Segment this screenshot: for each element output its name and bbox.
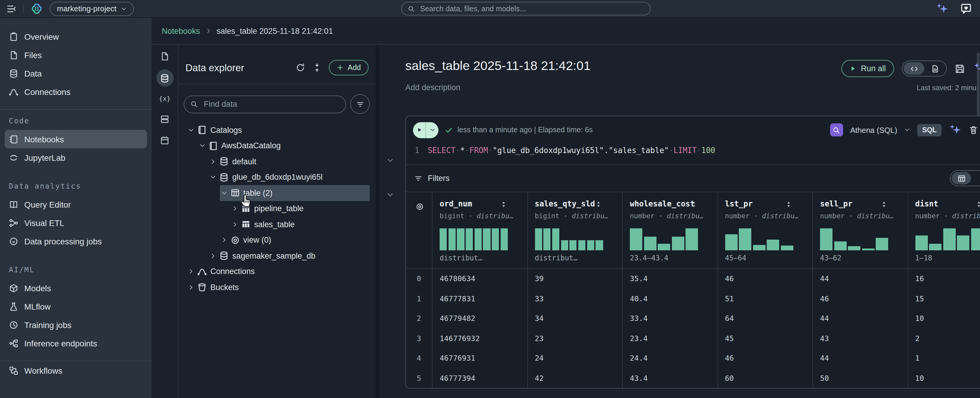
sidebar-item-label: Models [24,283,51,293]
database-icon [9,69,18,78]
sort-icon [880,200,887,209]
delete-cell-icon[interactable] [969,125,978,135]
layout-tab-icon[interactable] [160,115,169,124]
tree-item-default[interactable]: default [178,153,375,169]
table-cell: 42 [527,368,622,388]
sidebar-item-data-processing-jobs[interactable]: Data processing jobs [0,232,152,250]
find-data-box[interactable] [184,95,346,113]
sidebar-item-workflows[interactable]: Workflows [0,361,152,380]
global-search-input[interactable] [419,4,646,13]
schedule-tab-icon[interactable] [160,136,169,145]
sidebar-item-notebooks[interactable]: Notebooks [5,130,147,148]
sidebar-item-jupyterlab[interactable]: JupyterLab [0,148,152,167]
table-cell: 46777831 [432,289,527,308]
sort-icon [785,200,792,209]
filters-label[interactable]: Filters [428,174,450,183]
histogram-bar [501,229,508,250]
column-name: wholesale_cost [630,199,711,208]
sidebar-item-query-editor[interactable]: Query Editor [0,195,152,214]
tree-item-pipeline-table[interactable]: pipeline_table [178,201,375,216]
cell-ai-icon[interactable] [948,123,962,136]
feedback-icon[interactable] [961,3,972,14]
sidebar-item-connections[interactable]: Connections [0,82,152,101]
code-view-button[interactable] [904,62,924,75]
table-row[interactable]: 2467794823433.4644410 [406,308,980,328]
data-tab-active[interactable] [156,69,173,86]
run-cell-button[interactable] [413,122,425,138]
run-cell-options-button[interactable] [425,122,439,138]
histogram-bar [971,229,980,250]
tree-item-glue-db-6doxdp1wuyi65l[interactable]: glue_db_6doxdp1wuyi65l [178,169,375,185]
global-search[interactable] [401,2,651,15]
save-icon[interactable] [955,63,965,74]
table-row[interactable]: 31467769322323.445432 [406,328,980,348]
table-cell: 10 [907,368,980,388]
chevron-down-icon[interactable] [904,127,910,133]
column-header-ord-num[interactable]: ord_numbigint · distribu…distribut… [432,192,527,268]
histogram-bar [552,229,559,250]
refresh-icon[interactable] [296,63,305,72]
histogram-bar [578,241,585,250]
breadcrumb-notebooks-link[interactable]: Notebooks [162,26,200,35]
tree-item-awsdatacatalog[interactable]: AwsDataCatalog [178,138,375,153]
tree-item-buckets[interactable]: Buckets [178,280,375,295]
table-row[interactable]: 1467778313340.4514615 [406,289,980,308]
column-header-wholesale-cost[interactable]: wholesale_costnumber · distribu…23.4–43.… [622,192,717,268]
cell-collapser-icon[interactable] [386,157,394,164]
histogram-bar [848,246,860,250]
tree-item-sales-table[interactable]: sales_table [178,216,375,232]
ai-assistant-icon[interactable] [935,2,948,15]
find-data-input[interactable] [203,99,339,109]
sidebar-item-data[interactable]: Data [0,64,152,82]
column-histogram [915,229,980,250]
variables-tab-icon[interactable]: {x} [159,95,171,102]
histogram-bar [686,229,698,250]
column-header-lst-pr[interactable]: lst_prnumber · distribu…45–64 [717,192,812,268]
results-header: ord_numbigint · distribu…distribut…sales… [406,192,980,269]
file-icon [9,50,18,60]
sidebar-item-training-jobs[interactable]: Training jobs [0,316,152,334]
sidebar-item-label: Files [24,50,42,60]
ai-sparkles-icon[interactable] [973,61,980,76]
expander-right-icon [208,253,218,259]
sidebar-item-inference-endpoints[interactable]: Inference endpoints [0,334,152,352]
histogram-bar [753,245,765,251]
tree-item-label: glue_db_6doxdp1wuyi65l [232,173,323,182]
play-icon [416,127,422,133]
sidebar-item-models[interactable]: Models [0,279,152,297]
table-row[interactable]: 4467769312424.446441 [406,348,980,368]
column-type: bigint · distribu… [440,212,521,220]
table-row[interactable]: 0467806343935.4464416 [406,269,980,289]
result-view-toggle[interactable] [950,170,980,186]
output-collapser-icon[interactable] [386,191,394,199]
tree-filter-button[interactable] [350,94,370,114]
add-description[interactable]: Add description [405,83,460,92]
column-header-sell-pr[interactable]: sell_prnumber · distribu…43–62 [812,192,907,268]
run-all-button[interactable]: Run all [842,60,894,77]
sidebar-item-files[interactable]: Files [0,46,152,64]
expander-down-icon [187,127,196,133]
tree-item-catalogs[interactable]: Catalogs [178,122,375,138]
index-column-header[interactable] [406,192,432,268]
tree-item-sagemaker-sample-db[interactable]: sagemaker_sample_db [178,248,375,264]
histogram-bar [957,235,969,250]
tree-item-view-0[interactable]: view (0) [178,232,375,248]
collapse-menu-icon[interactable] [6,4,17,13]
sidebar-item-mlflow[interactable]: MLflow [0,297,152,316]
sidebar-item-overview[interactable]: Overview [0,27,152,46]
add-data-button[interactable]: Add [329,60,369,75]
column-header-sales-qty-sld[interactable]: sales_qty_sldbigint · distribu…distribut… [527,192,622,268]
doc-view-button[interactable] [924,62,945,75]
clipboard-icon [9,32,18,41]
tree-item-connections[interactable]: Connections [178,264,375,280]
sql-editor[interactable]: 1 SELECT·*·FROM·"glue_db_6doxdp1wuyi65l"… [406,144,980,164]
table-row[interactable]: 5467773944243.4605010 [406,368,980,388]
files-tab-icon[interactable] [160,51,169,61]
language-badge: SQL [918,124,942,136]
project-selector[interactable]: marketing-project [50,2,134,16]
sidebar-item-visual-etl[interactable]: Visual ETL [0,214,152,232]
engine-selector[interactable]: Athena (SQL) [850,125,897,134]
collapse-all-icon[interactable] [312,63,322,72]
tree-item-table-2[interactable]: table (2) [178,185,375,201]
column-header-disnt[interactable]: disntnumber · distribu…1–18 [907,192,980,268]
